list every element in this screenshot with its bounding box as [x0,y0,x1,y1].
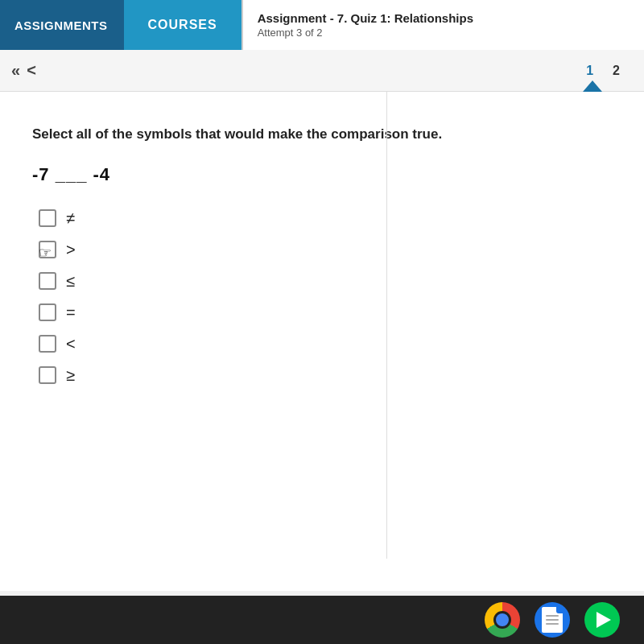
checkbox-equal[interactable] [39,303,56,321]
docs-line-2 [546,619,559,621]
option-equal[interactable]: = [39,303,612,322]
question-number-1[interactable]: 1 [586,64,593,78]
hand-cursor-icon: ☞ [39,244,52,262]
docs-icon[interactable] [535,602,570,638]
content-divider [386,92,387,559]
question-number-2[interactable]: 2 [613,64,620,78]
assignment-title: Assignment - 7. Quiz 1: Relationships [258,11,630,25]
play-icon[interactable] [584,602,620,638]
active-question-indicator [583,80,602,92]
courses-label: COURSES [148,18,217,32]
option-not-equal[interactable]: ≠ [39,209,612,228]
symbol-less-than: < [66,335,76,353]
symbol-less-equal: ≤ [66,272,75,291]
docs-line-1 [546,615,559,617]
option-greater-than[interactable]: ☞ > [39,241,612,259]
option-less-equal[interactable]: ≤ [39,272,612,291]
symbol-not-equal: ≠ [66,209,75,228]
top-navigation: ASSIGNMENTS COURSES Assignment - 7. Quiz… [0,0,644,50]
main-content: Select all of the symbols that would mak… [0,92,644,591]
assignments-label: ASSIGNMENTS [14,19,108,32]
checkbox-not-equal[interactable] [39,209,56,227]
checkbox-less-equal[interactable] [39,272,56,290]
back-single-arrow[interactable]: < [27,61,36,80]
taskbar [0,596,644,644]
nav-assignments[interactable]: ASSIGNMENTS [0,0,122,50]
back-double-arrow[interactable]: « [11,61,20,80]
question-instruction: Select all of the symbols that would mak… [32,124,612,145]
comparison-expression: -7 ___ -4 [32,164,612,185]
assignment-info: Assignment - 7. Quiz 1: Relationships At… [242,0,644,50]
symbol-greater-equal: ≥ [66,366,75,385]
option-less-than[interactable]: < [39,335,612,353]
chrome-icon[interactable] [485,602,520,638]
docs-line-3 [546,623,559,625]
checkbox-less-than[interactable] [39,335,56,353]
option-greater-equal[interactable]: ≥ [39,366,612,385]
secondary-bar: « < 1 2 [0,50,644,92]
play-triangle [597,612,611,628]
assignment-subtitle: Attempt 3 of 2 [258,27,630,39]
docs-icon-inner [542,607,563,633]
nav-courses[interactable]: COURSES [122,0,242,50]
symbol-greater-than: > [66,241,76,259]
checkbox-greater-equal[interactable] [39,366,56,384]
options-list: ≠ ☞ > ≤ = < ≥ [39,209,612,385]
checkbox-greater-than[interactable]: ☞ [39,241,56,258]
nav-arrows: « < [11,61,36,80]
symbol-equal: = [66,303,76,322]
